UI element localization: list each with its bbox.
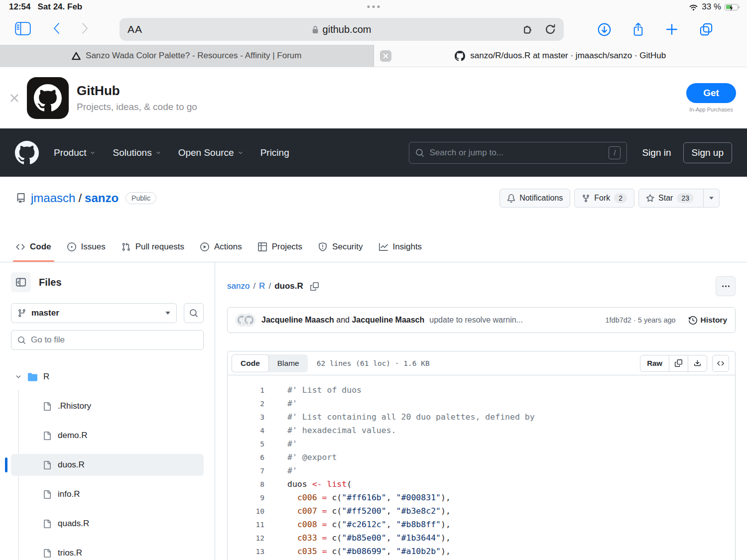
forward-button-icon[interactable] (82, 22, 89, 36)
github-search-input[interactable]: Search or jump to... / (409, 142, 627, 164)
sidebar-toggle-icon[interactable] (15, 22, 31, 37)
sign-up-button[interactable]: Sign up (683, 142, 732, 163)
tab-pull-requests[interactable]: Pull requests (114, 232, 192, 262)
repo-name-link[interactable]: sanzo (85, 191, 119, 205)
commit-sha-time[interactable]: 1fdb7d2 · 5 years ago (606, 316, 676, 324)
tree-file-quads[interactable]: quads.R (11, 513, 204, 535)
go-to-file-placeholder: Go to file (31, 335, 65, 345)
line-number[interactable]: 5 (228, 440, 264, 448)
star-dropdown-button[interactable] (703, 189, 719, 207)
status-bar: 12:54 Sat 24. Feb 33 % (0, 0, 747, 14)
search-this-repo-button[interactable] (184, 303, 204, 323)
latest-commit-bar[interactable]: Jacqueline Maasch and Jacqueline Maasch … (227, 307, 736, 333)
github-logo-icon[interactable] (15, 141, 39, 165)
history-button[interactable]: History (689, 316, 727, 325)
issue-icon (67, 242, 76, 251)
fork-button[interactable]: Fork 2 (574, 189, 634, 208)
line-number[interactable]: 10 (228, 507, 264, 515)
tree-file-info[interactable]: info.R (11, 483, 204, 505)
page-content: Files master Go to file (0, 262, 747, 560)
browser-tab-affinity-forum[interactable]: Sanzo Wada Color Palette? - Resources - … (0, 45, 374, 67)
line-number[interactable]: 11 (228, 521, 264, 529)
code-line: 13 c035 = c("#b08699", "#a10b2b"), (228, 545, 735, 558)
line-number[interactable]: 12 (228, 534, 264, 542)
line-number[interactable]: 7 (228, 467, 264, 475)
file-name: trios.R (58, 548, 82, 558)
history-clock-icon (689, 316, 697, 325)
tree-file-demo[interactable]: demo.R (11, 425, 204, 447)
tab-projects[interactable]: Projects (250, 232, 310, 262)
line-number[interactable]: 6 (228, 453, 264, 461)
copy-path-icon[interactable] (310, 282, 319, 291)
line-content: c035 = c("#b08699", "#a10b2b"), (264, 547, 451, 556)
tab-title: Sanzo Wada Color Palette? - Resources - … (86, 51, 301, 61)
line-number[interactable]: 1 (228, 386, 264, 394)
back-button-icon[interactable] (53, 22, 60, 36)
tab-overview-icon[interactable] (699, 22, 713, 36)
line-number[interactable]: 2 (228, 400, 264, 408)
tree-folder-R[interactable]: R (15, 366, 215, 388)
line-content: #' (264, 466, 297, 475)
in-app-purchases-note: In-App Purchases (686, 107, 736, 112)
branch-name: master (31, 308, 59, 318)
nav-open-source[interactable]: Open Source (178, 147, 244, 158)
go-to-file-input[interactable]: Go to file (11, 330, 204, 350)
nav-pricing[interactable]: Pricing (260, 147, 289, 158)
breadcrumb-dir-link[interactable]: R (259, 281, 265, 291)
star-icon (646, 194, 654, 203)
breadcrumb-repo-link[interactable]: sanzo (227, 281, 249, 291)
download-file-button[interactable] (688, 355, 707, 371)
copy-file-button[interactable] (669, 355, 688, 371)
more-options-button[interactable] (716, 276, 736, 296)
share-icon[interactable] (632, 22, 644, 37)
tab-insights[interactable]: Insights (371, 232, 430, 262)
downloads-icon[interactable] (598, 23, 611, 36)
tree-file-rhistory[interactable]: .Rhistory (11, 395, 204, 417)
banner-close-icon[interactable] (10, 94, 19, 103)
notifications-button[interactable]: Notifications (499, 189, 570, 208)
line-number[interactable]: 3 (228, 413, 264, 421)
collapse-sidebar-button[interactable] (11, 272, 31, 292)
extensions-puzzle-icon[interactable] (521, 24, 532, 35)
close-tab-icon[interactable] (380, 50, 391, 62)
line-content: duos <- list( (264, 479, 352, 489)
reload-icon[interactable] (545, 24, 556, 35)
star-label: Star (658, 194, 673, 203)
repo-owner-link[interactable]: jmaasch (31, 191, 75, 205)
files-panel-title: Files (39, 277, 62, 288)
affinity-forum-icon (72, 52, 81, 60)
symbols-button[interactable] (712, 355, 729, 372)
sign-in-link[interactable]: Sign in (642, 147, 671, 158)
nav-label: Pricing (260, 147, 289, 158)
fork-count[interactable]: 2 (614, 193, 627, 203)
line-number[interactable]: 9 (228, 494, 264, 502)
browser-tab-github[interactable]: sanzo/R/duos.R at master · jmaasch/sanzo… (374, 45, 747, 67)
tab-security[interactable]: Security (310, 232, 371, 262)
tab-label: Insights (393, 242, 422, 252)
commit-authors[interactable]: Jacqueline Maasch and Jacqueline Maasch (261, 316, 424, 325)
star-count[interactable]: 23 (677, 193, 694, 203)
tree-file-trios[interactable]: trios.R (11, 542, 204, 560)
reader-options-button[interactable]: AA (127, 23, 142, 35)
address-bar[interactable]: AA github.com (120, 18, 564, 41)
commit-message[interactable]: update to resolve warnin... (429, 316, 523, 325)
tree-file-duos-selected[interactable]: duos.R (11, 454, 204, 476)
tab-code[interactable]: Code (8, 232, 59, 262)
new-tab-plus-icon[interactable] (665, 23, 678, 36)
repo-breadcrumb: jmaasch/sanzo (31, 191, 119, 205)
download-icon (694, 359, 701, 367)
code-tab[interactable]: Code (232, 354, 269, 372)
nav-product[interactable]: Product (54, 147, 96, 158)
blame-tab[interactable]: Blame (269, 354, 308, 372)
line-number[interactable]: 13 (228, 548, 264, 556)
line-number[interactable]: 8 (228, 480, 264, 488)
tab-actions[interactable]: Actions (192, 232, 250, 262)
branch-selector[interactable]: master (11, 303, 177, 323)
star-button[interactable]: Star 23 (638, 189, 720, 208)
get-app-button[interactable]: Get (686, 83, 736, 103)
tab-issues[interactable]: Issues (59, 232, 114, 262)
file-icon (43, 402, 51, 411)
nav-solutions[interactable]: Solutions (113, 147, 161, 158)
raw-button[interactable]: Raw (640, 355, 669, 371)
line-number[interactable]: 4 (228, 427, 264, 435)
